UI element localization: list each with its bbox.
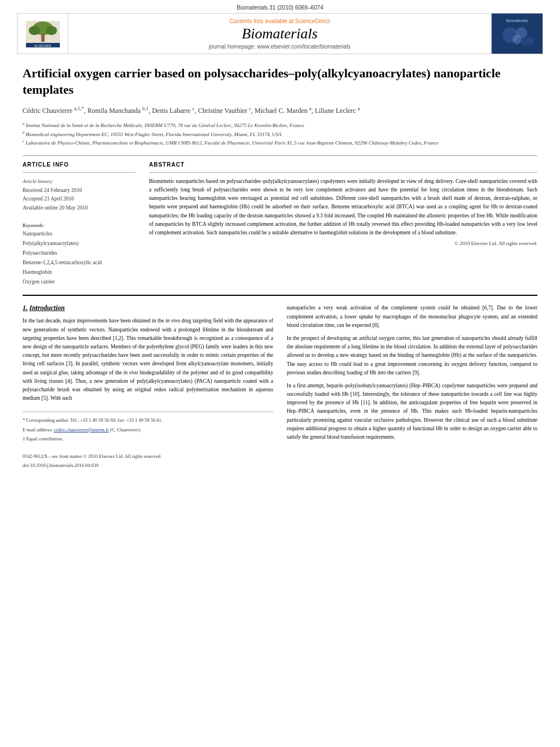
received-date: Received 24 February 2010 <box>23 186 135 195</box>
keywords-list: Nanoparticles Poly(alkylcyanoacrylates) … <box>23 229 135 287</box>
content-area: Artificial oxygen carrier based on polys… <box>0 54 560 483</box>
sciencedirect-name[interactable]: ScienceDirect <box>295 18 330 24</box>
copyright-line: © 2010 Elsevier Ltd. All rights reserved… <box>149 241 537 246</box>
intro-para-4: In a first attempt, heparin–poly(isobuty… <box>287 382 537 442</box>
intro-title: Introduction <box>29 304 65 312</box>
abstract-text: Biomimetic nanoparticles based on polysa… <box>149 177 537 237</box>
biomaterials-badge: Biomaterials <box>497 16 538 51</box>
journal-title-header: Biomaterials <box>242 25 317 42</box>
footnote-equal: 1 Equal contribution. <box>23 435 273 443</box>
abstract-label: ABSTRACT <box>149 161 537 168</box>
elsevier-logo-area: ELSEVIER <box>18 14 68 54</box>
footnote-email: E-mail address: cedric.chauvierre@inserm… <box>23 426 273 434</box>
intro-divider <box>23 295 537 296</box>
article-info-col: ARTICLE INFO Article history: Received 2… <box>23 161 135 287</box>
accepted-date: Accepted 21 April 2010 <box>23 195 135 203</box>
svg-rect-4 <box>41 34 45 42</box>
footnote-area: * Corresponding author. Tel.: +33 1 49 5… <box>23 412 273 470</box>
svg-point-10 <box>513 35 522 44</box>
two-col-section: ARTICLE INFO Article history: Received 2… <box>23 161 537 287</box>
svg-point-11 <box>520 36 534 45</box>
header-box: ELSEVIER Contents lists available at Sci… <box>17 13 543 54</box>
intro-para-3: In the prospect of developing an artific… <box>287 334 537 377</box>
info-divider <box>23 172 135 173</box>
article-title: Artificial oxygen carrier based on polys… <box>23 65 537 98</box>
header-center: Contents lists available at ScienceDirec… <box>68 14 492 54</box>
journal-meta-top: Biomaterials 31 (2010) 6069–6074 <box>11 5 549 11</box>
intro-number: 1. <box>23 304 28 312</box>
footnote-corresponding: * Corresponding author. Tel.: +33 1 49 5… <box>23 417 273 425</box>
sciencedirect-link: Contents lists available at ScienceDirec… <box>230 18 330 24</box>
keyword-5: Haemoglobin <box>23 268 135 277</box>
keywords-label: Keywords: <box>23 222 135 228</box>
header-inner: ELSEVIER Contents lists available at Sci… <box>18 14 542 54</box>
article-info-label: ARTICLE INFO <box>23 161 135 168</box>
journal-homepage: journal homepage: www.elsevier.com/locat… <box>209 43 351 50</box>
available-date: Available online 20 May 2010 <box>23 204 135 212</box>
body-columns: 1. Introduction In the last decade, majo… <box>23 304 537 471</box>
intro-heading: 1. Introduction <box>23 304 273 312</box>
intro-para-2: nanoparticles a very weak activation of … <box>287 304 537 330</box>
abstract-divider <box>149 172 537 173</box>
elsevier-logo-svg: ELSEVIER <box>23 18 63 49</box>
abstract-col: ABSTRACT Biomimetic nanoparticles based … <box>149 161 537 287</box>
biomaterials-badge-area: Biomaterials <box>492 14 542 54</box>
body-left: 1. Introduction In the last decade, majo… <box>23 304 273 471</box>
footnote-email-link[interactable]: cedric.chauvierre@inserm.fr <box>54 427 109 433</box>
article-history: Article history: Received 24 February 20… <box>23 177 135 212</box>
keyword-3: Polysaccharides <box>23 248 135 258</box>
page: Biomaterials 31 (2010) 6069–6074 ELSEVIE… <box>0 0 560 747</box>
affiliations: a Institut National de la Santé et de la… <box>23 121 537 147</box>
journal-header: Biomaterials 31 (2010) 6069–6074 ELSEVIE… <box>0 0 560 54</box>
footnote-doi: doi:10.1016/j.biomaterials.2010.04.039 <box>23 462 273 470</box>
intro-para-1: In the last decade, major improvements h… <box>23 317 273 403</box>
badge-image <box>499 23 536 48</box>
body-right: nanoparticles a very weak activation of … <box>287 304 537 471</box>
keyword-6: Oxygen carrier <box>23 277 135 287</box>
authors: Cédric Chauvierre a,1,*, Romila Manchand… <box>23 104 537 116</box>
keyword-4: Benzene-1,2,4,5-tetracarboxylic acid <box>23 258 135 268</box>
article-history-label: Article history: <box>23 177 135 185</box>
svg-point-2 <box>29 26 40 35</box>
keyword-1: Nanoparticles <box>23 229 135 239</box>
contents-label: Contents lists available at <box>230 18 295 24</box>
svg-text:ELSEVIER: ELSEVIER <box>34 44 51 47</box>
svg-point-3 <box>46 26 57 35</box>
divider-1 <box>23 155 537 156</box>
footnote-issn: 0142-9612/$ – see front matter © 2010 El… <box>23 453 273 461</box>
keyword-2: Poly(alkylcyanoacrylates) <box>23 239 135 248</box>
